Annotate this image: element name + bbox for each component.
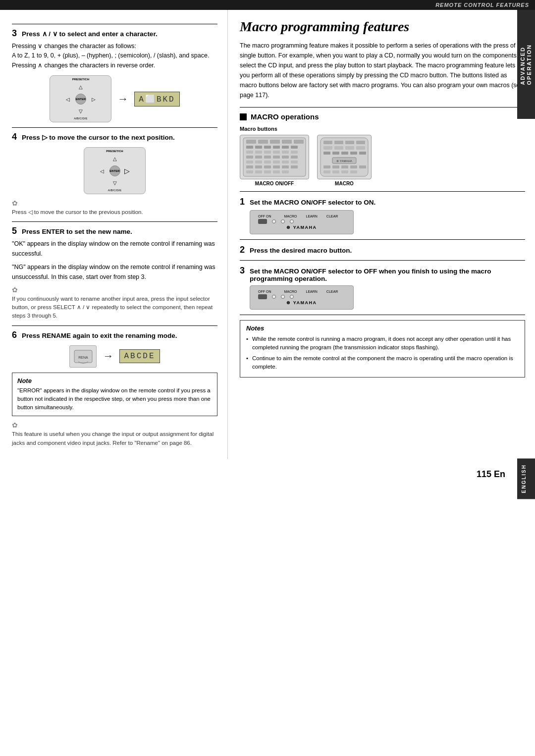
yamaha-logo-1: ⊛ YAMAHA xyxy=(258,225,345,230)
svg-rect-38 xyxy=(246,170,253,173)
tip2-text: If you continuously want to rename anoth… xyxy=(12,295,217,321)
svg-rect-3 xyxy=(246,140,256,144)
step5-title: Press ENTER to set the new name. xyxy=(22,228,132,235)
svg-rect-67 xyxy=(350,170,357,173)
note-text: "ERROR" appears in the display window on… xyxy=(17,386,212,412)
switch-dots-1 xyxy=(258,219,345,224)
macro-remote-right: ⊛ YAMAHA MACRO xyxy=(317,135,372,186)
svg-rect-37 xyxy=(291,165,298,168)
svg-rect-63 xyxy=(359,165,366,168)
svg-rect-60 xyxy=(332,165,339,168)
step4-image-block: PRESET/CH △ ◁ ENTER ▷ ▽ A/B/C/D/E xyxy=(12,147,217,194)
switch-dot-2 xyxy=(281,219,285,223)
svg-rect-28 xyxy=(264,161,271,163)
svg-rect-26 xyxy=(246,161,253,163)
step4-title: Press ▷ to move the cursor to the next p… xyxy=(22,133,175,141)
remote-cursor-img2: PRESET/CH △ ◁ ENTER ▷ ▽ A/B/C/D/E xyxy=(84,147,146,194)
enter-btn2: ENTER xyxy=(109,165,120,176)
switch-dot-3 xyxy=(290,219,294,223)
switch-labels-1: OFF ON MACRO LEARN CLEAR xyxy=(258,215,345,218)
step6-image-block: RENA → ABCDE xyxy=(12,345,217,368)
d-pad2: △ ◁ ENTER ▷ ▽ xyxy=(100,156,130,186)
macro-label: MACRO xyxy=(317,181,372,186)
switch-dots-2 xyxy=(258,294,345,299)
switch-dot-6 xyxy=(290,295,294,299)
svg-rect-27 xyxy=(255,161,262,163)
tip1-icon: ✿ xyxy=(12,199,217,207)
r-step2-num: 2 xyxy=(240,245,245,255)
svg-rect-5 xyxy=(270,140,280,144)
svg-rect-65 xyxy=(332,170,339,173)
svg-rect-7 xyxy=(294,140,304,144)
step5-body2: "NG" appears in the display window on th… xyxy=(12,263,217,282)
step5-num: 5 xyxy=(12,226,17,236)
svg-rect-19 xyxy=(291,151,298,154)
svg-rect-39 xyxy=(255,170,262,173)
svg-rect-10 xyxy=(264,146,271,149)
step4-num: 4 xyxy=(12,132,17,142)
remote-cursor-img: PRESET/CH △ ◁ ENTER ▷ ▽ A/B/C/D/E xyxy=(50,75,111,122)
svg-rect-15 xyxy=(255,151,262,154)
advanced-op-text: ADVANCED OPERATION xyxy=(520,44,533,85)
enter-btn: ENTER xyxy=(75,94,86,105)
svg-rect-32 xyxy=(246,165,253,168)
svg-rect-46 xyxy=(345,141,354,144)
svg-rect-16 xyxy=(264,151,271,154)
svg-rect-64 xyxy=(323,170,330,173)
svg-rect-31 xyxy=(291,161,298,163)
macro-remote-left: MACRO ON/OFF xyxy=(240,135,309,186)
left-column: 3 Press ∧ / ∨ to select and enter a char… xyxy=(0,10,228,459)
macro-btn-img-left xyxy=(240,135,309,179)
svg-rect-52 xyxy=(323,152,330,155)
page-header: REMOTE CONTROL FEATURES xyxy=(0,0,535,10)
intro-text: The macro programming feature makes it p… xyxy=(240,41,525,100)
svg-rect-12 xyxy=(282,146,289,149)
svg-rect-11 xyxy=(273,146,280,149)
macro-buttons-label: Macro buttons xyxy=(240,126,525,132)
svg-text:RENA: RENA xyxy=(78,356,88,359)
r-step3-heading: 3 Set the MACRO ON/OFF selector to OFF w… xyxy=(240,266,525,282)
tip1-text: Press ◁ to move the cursor to the previo… xyxy=(12,208,217,216)
svg-rect-30 xyxy=(282,161,289,163)
svg-rect-14 xyxy=(246,151,253,154)
svg-rect-55 xyxy=(350,152,357,155)
svg-rect-44 xyxy=(323,141,332,144)
step6-num: 6 xyxy=(12,330,17,340)
r-step1-title: Set the MACRO ON/OFF selector to ON. xyxy=(250,199,375,206)
advanced-operation-tab: ADVANCED OPERATION xyxy=(517,10,535,119)
r-step2-heading: 2 Press the desired macro button. xyxy=(240,245,525,255)
svg-rect-9 xyxy=(255,146,262,149)
r-step2-title: Press the desired macro button. xyxy=(250,247,352,254)
svg-rect-34 xyxy=(264,165,271,168)
svg-rect-22 xyxy=(264,156,271,159)
svg-rect-20 xyxy=(246,156,253,159)
tip2-icon: ✿ xyxy=(12,286,217,294)
english-tab: English xyxy=(517,458,535,499)
switch-dot-5 xyxy=(281,295,285,299)
svg-rect-29 xyxy=(273,161,280,163)
d-pad: △ ◁ ENTER ▷ ▽ xyxy=(66,84,96,114)
r-step3-title: Set the MACRO ON/OFF selector to OFF whe… xyxy=(250,268,525,282)
svg-rect-50 xyxy=(345,146,354,150)
r-step1-heading: 1 Set the MACRO ON/OFF selector to ON. xyxy=(240,197,525,207)
svg-rect-49 xyxy=(334,146,343,150)
switch-dot-4 xyxy=(272,295,276,299)
switch-toggle-2 xyxy=(258,294,267,299)
macro-ops-label: MACRO operations xyxy=(251,112,319,121)
svg-rect-18 xyxy=(282,151,289,154)
switch-toggle xyxy=(258,219,267,224)
selector-switch-1: OFF ON MACRO LEARN CLEAR ⊛ YAMAHA xyxy=(250,210,354,234)
page-title: Macro programming features xyxy=(240,19,525,35)
tip3-icon: ✿ xyxy=(12,421,217,429)
tip3-text: This feature is useful when you change t… xyxy=(12,430,217,447)
switch-labels-2: OFF ON MACRO LEARN CLEAR xyxy=(258,290,345,293)
svg-rect-54 xyxy=(341,152,348,155)
rename-icon: RENA xyxy=(69,345,97,368)
step6-title: Press RENAME again to exit the renaming … xyxy=(22,332,177,339)
note-title: Note xyxy=(17,377,212,384)
r-step1-num: 1 xyxy=(240,197,245,207)
svg-rect-24 xyxy=(282,156,289,159)
svg-rect-41 xyxy=(273,170,280,173)
svg-rect-33 xyxy=(255,165,262,168)
switch-dot-1 xyxy=(272,219,276,223)
